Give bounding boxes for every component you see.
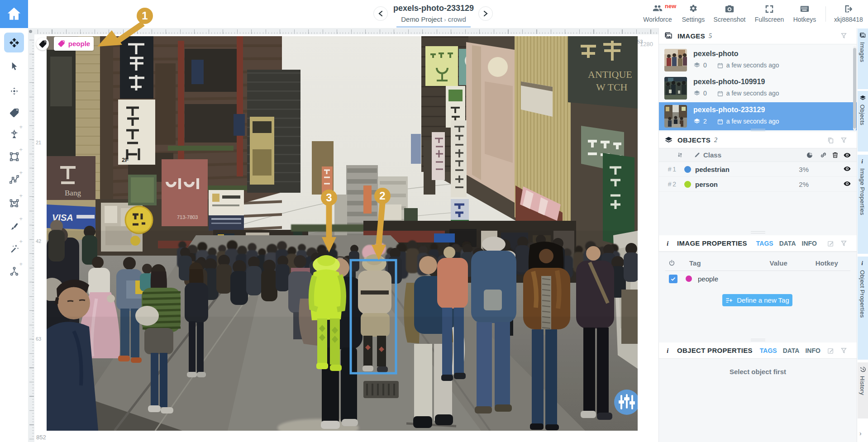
svg-text:ANTIQUE: ANTIQUE xyxy=(588,69,632,80)
svg-text:Bang: Bang xyxy=(65,189,81,197)
svg-text:713-7803: 713-7803 xyxy=(177,214,198,220)
svg-text:W TCH: W TCH xyxy=(596,81,628,93)
svg-text:i: i xyxy=(667,347,668,354)
svg-text:i: i xyxy=(667,239,668,247)
svg-text:1: 1 xyxy=(142,10,148,22)
svg-text:2: 2 xyxy=(379,190,385,202)
svg-text:i: i xyxy=(861,260,863,266)
svg-text:i: i xyxy=(861,158,863,165)
svg-text:2F: 2F xyxy=(122,157,129,163)
svg-text:3: 3 xyxy=(326,191,332,204)
